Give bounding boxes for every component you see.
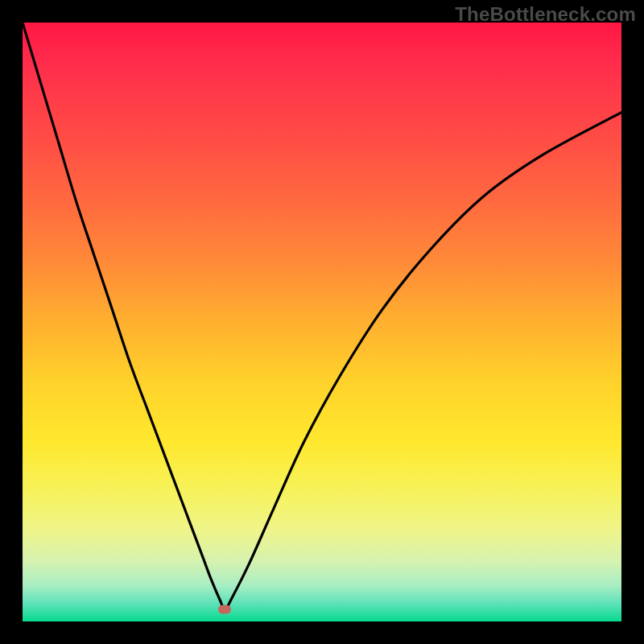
- minimum-marker: [218, 605, 231, 614]
- bottleneck-curve: [23, 23, 621, 621]
- chart-frame: TheBottleneck.com: [0, 0, 644, 644]
- plot-area: [23, 23, 621, 621]
